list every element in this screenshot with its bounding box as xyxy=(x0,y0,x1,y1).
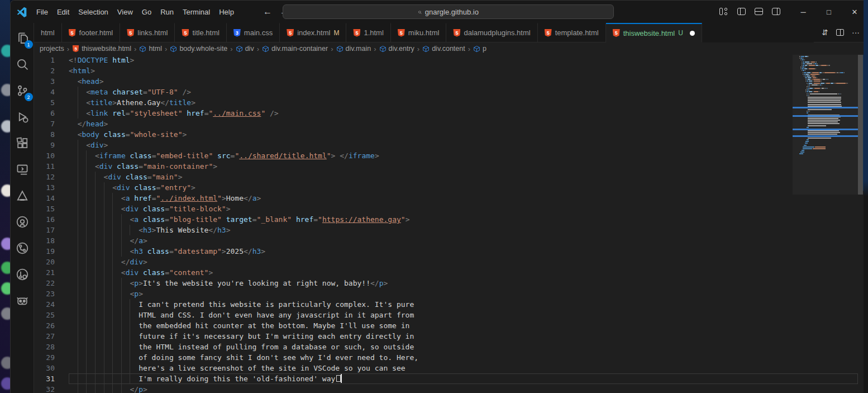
code-line-14[interactable]: 14<a href="../index.html">Home</a> xyxy=(34,193,858,203)
line-number[interactable]: 15 xyxy=(34,203,69,214)
code-line-2[interactable]: 2<html> xyxy=(34,65,858,76)
code-line-3[interactable]: 3<head> xyxy=(34,76,858,87)
more-actions-icon[interactable]: ··· xyxy=(852,28,860,37)
code-line-10[interactable]: 10<iframe class="embed-title" src="../sh… xyxy=(34,150,858,161)
line-number[interactable]: 12 xyxy=(34,172,69,182)
code-line-16[interactable]: 16<a class="blog-title" target="_blank" … xyxy=(34,214,858,225)
code-line-24[interactable]: 24I can't pretend this website is partic… xyxy=(34,299,858,310)
breadcrumb-item-html[interactable]: html xyxy=(139,45,162,53)
code-line-19[interactable]: 19<h3 class="datestamp">2025</h3> xyxy=(34,246,858,257)
breadcrumb-item-div-main[interactable]: div.main xyxy=(336,45,371,53)
line-number[interactable]: 6 xyxy=(34,108,69,119)
code-line-23[interactable]: 23<p> xyxy=(34,288,858,299)
line-number[interactable]: 18 xyxy=(34,235,69,246)
breadcrumb-item-div[interactable]: div xyxy=(236,45,254,53)
line-number[interactable]: 2 xyxy=(34,65,69,76)
code-line-27[interactable]: 27future if it's necessary but I'm writi… xyxy=(34,331,858,342)
tab-main-css[interactable]: 3main.css xyxy=(227,23,280,42)
breadcrumb-item-div-main-container[interactable]: div.main-container xyxy=(262,45,328,53)
command-center-search[interactable]: ⌕ gnargle.github.io xyxy=(283,4,614,19)
activitybar-extension-a-icon[interactable] xyxy=(13,186,32,205)
activitybar-git-graph-icon[interactable] xyxy=(13,239,32,258)
code-line-4[interactable]: 4<meta charset="UTF-8" /> xyxy=(34,87,858,97)
breadcrumb-item-div-content[interactable]: div.content xyxy=(422,45,465,53)
code-line-21[interactable]: 21<div class="content"> xyxy=(34,267,858,278)
code-line-22[interactable]: 22<p>It's the website you're looking at … xyxy=(34,278,858,288)
line-number[interactable]: 16 xyxy=(34,214,69,225)
toggle-secondary-sidebar-icon[interactable] xyxy=(772,8,780,15)
activitybar-extensions-icon[interactable] xyxy=(13,134,32,153)
breadcrumb-item-p[interactable]: p xyxy=(473,45,487,53)
code-line-7[interactable]: 7</head> xyxy=(34,119,858,129)
code-line-13[interactable]: 13<div class="entry"> xyxy=(34,182,858,193)
code-line-32[interactable]: 32</p> xyxy=(34,384,858,393)
line-number[interactable]: 19 xyxy=(34,246,69,257)
menu-help[interactable]: Help xyxy=(214,6,239,18)
tab-1-html[interactable]: 51.html xyxy=(346,23,390,42)
maximize-button[interactable]: □ xyxy=(816,1,842,23)
activitybar-github-icon[interactable] xyxy=(13,212,32,231)
code-line-15[interactable]: 15<div class="title-block"> xyxy=(34,203,858,214)
line-number[interactable]: 26 xyxy=(34,320,69,331)
split-editor-icon[interactable] xyxy=(836,29,844,36)
toggle-panel-icon[interactable] xyxy=(755,8,763,15)
breadcrumb-item-projects[interactable]: projects xyxy=(40,45,64,53)
code-line-30[interactable]: 30here's a live screenshot of the site i… xyxy=(34,363,858,373)
code-line-25[interactable]: 25HTML and CSS. I don't even have any ja… xyxy=(34,310,858,320)
code-line-26[interactable]: 26the embedded hit counter at the bottom… xyxy=(34,320,858,331)
open-changes-icon[interactable]: ⇵ xyxy=(822,28,828,37)
code-line-11[interactable]: 11<div class="main-container"> xyxy=(34,161,858,172)
menu-run[interactable]: Run xyxy=(156,6,178,18)
activitybar-run-debug-icon[interactable] xyxy=(13,107,32,126)
code-line-12[interactable]: 12<div class="main"> xyxy=(34,172,858,182)
line-number[interactable]: 9 xyxy=(34,140,69,150)
line-number[interactable]: 17 xyxy=(34,225,69,235)
line-number[interactable]: 25 xyxy=(34,310,69,320)
line-number[interactable]: 32 xyxy=(34,384,69,393)
minimize-button[interactable]: ─ xyxy=(790,1,816,23)
line-number[interactable]: 21 xyxy=(34,267,69,278)
breadcrumb-item-thiswebsite-html[interactable]: 5thiswebsite.html xyxy=(72,45,131,53)
code-line-17[interactable]: 17<h3>This Website</h3> xyxy=(34,225,858,235)
scrollbar-slider[interactable] xyxy=(858,55,863,195)
tab-template-html[interactable]: 5template.html xyxy=(538,23,606,42)
code-editor[interactable]: 1<!DOCTYPE html>2<html>3<head>4<meta cha… xyxy=(34,55,867,393)
code-line-1[interactable]: 1<!DOCTYPE html> xyxy=(34,55,858,65)
breadcrumb-item-div-entry[interactable]: div.entry xyxy=(379,45,414,53)
tab-miku-html[interactable]: 5miku.html xyxy=(391,23,447,42)
breadcrumb-item-body-whole-site[interactable]: body.whole-site xyxy=(170,45,227,53)
code-line-31[interactable]: 31I'm really doing this the 'old-fashion… xyxy=(34,373,858,384)
line-number[interactable]: 30 xyxy=(34,363,69,373)
tab-html[interactable]: html xyxy=(34,23,62,42)
code-line-8[interactable]: 8<body class="whole-site"> xyxy=(34,129,858,140)
line-number[interactable]: 27 xyxy=(34,331,69,342)
dirty-indicator[interactable] xyxy=(690,31,695,36)
menu-selection[interactable]: Selection xyxy=(74,6,112,18)
tab-index-html[interactable]: 5index.htmlM xyxy=(280,23,346,42)
code-line-18[interactable]: 18</a> xyxy=(34,235,858,246)
line-number[interactable]: 7 xyxy=(34,119,69,129)
line-number[interactable]: 5 xyxy=(34,97,69,108)
minimap[interactable] xyxy=(793,55,858,393)
line-number[interactable]: 13 xyxy=(34,182,69,193)
tab-title-html[interactable]: 5title.html xyxy=(175,23,226,42)
line-number[interactable]: 22 xyxy=(34,278,69,288)
line-number[interactable]: 28 xyxy=(34,342,69,352)
line-number[interactable]: 31 xyxy=(34,373,69,384)
line-number[interactable]: 23 xyxy=(34,288,69,299)
tab-footer-html[interactable]: 5footer.html xyxy=(62,23,121,42)
line-number[interactable]: 1 xyxy=(34,55,69,65)
line-number[interactable]: 3 xyxy=(34,76,69,87)
line-number[interactable]: 14 xyxy=(34,193,69,203)
code-line-6[interactable]: 6<link rel="stylesheet" href="../main.cs… xyxy=(34,108,858,119)
menu-file[interactable]: File xyxy=(32,6,53,18)
code-line-9[interactable]: 9<div> xyxy=(34,140,858,150)
code-line-28[interactable]: 28the HTML instead of pulling from a dat… xyxy=(34,342,858,352)
activitybar-explorer-icon[interactable]: 1 xyxy=(13,29,32,48)
menu-edit[interactable]: Edit xyxy=(53,6,74,18)
toggle-primary-sidebar-icon[interactable] xyxy=(737,8,746,15)
code-line-29[interactable]: 29of doing some fancy shit I don't see w… xyxy=(34,352,858,363)
tab-thiswebsite-html[interactable]: 5thiswebsite.htmlU xyxy=(606,23,702,42)
tab-dalamudplugins-html[interactable]: 5dalamudplugins.html xyxy=(446,23,537,42)
activitybar-gitlens-icon[interactable] xyxy=(13,265,32,284)
